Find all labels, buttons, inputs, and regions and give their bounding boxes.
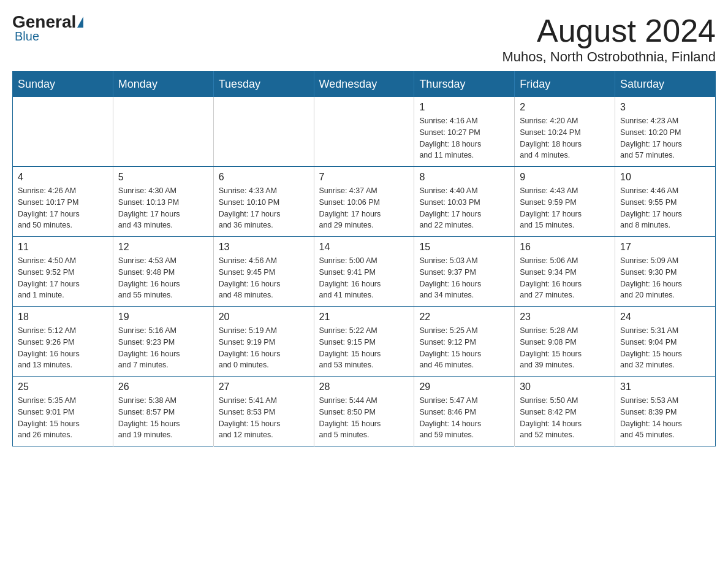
day-number: 24 <box>620 312 710 323</box>
calendar-cell: 9Sunrise: 4:43 AMSunset: 9:59 PMDaylight… <box>515 167 615 237</box>
day-info: Sunrise: 5:03 AMSunset: 9:37 PMDaylight:… <box>419 255 509 301</box>
weekday-header-friday: Friday <box>515 72 615 98</box>
day-info: Sunrise: 4:43 AMSunset: 9:59 PMDaylight:… <box>520 185 610 231</box>
calendar-cell: 12Sunrise: 4:53 AMSunset: 9:48 PMDayligh… <box>113 237 213 307</box>
day-number: 7 <box>319 172 409 183</box>
page-header: General Blue August 2024 Muhos, North Os… <box>12 12 716 65</box>
day-info: Sunrise: 5:35 AMSunset: 9:01 PMDaylight:… <box>18 395 108 441</box>
calendar-cell: 16Sunrise: 5:06 AMSunset: 9:34 PMDayligh… <box>515 237 615 307</box>
calendar-cell: 30Sunrise: 5:50 AMSunset: 8:42 PMDayligh… <box>515 377 615 446</box>
day-number: 11 <box>18 242 108 253</box>
weekday-header-monday: Monday <box>113 72 213 98</box>
calendar-cell: 6Sunrise: 4:33 AMSunset: 10:10 PMDayligh… <box>213 167 314 237</box>
day-info: Sunrise: 5:12 AMSunset: 9:26 PMDaylight:… <box>18 325 108 371</box>
day-info: Sunrise: 5:22 AMSunset: 9:15 PMDaylight:… <box>319 325 409 371</box>
calendar-cell: 2Sunrise: 4:20 AMSunset: 10:24 PMDayligh… <box>515 97 615 167</box>
calendar-cell <box>213 97 314 167</box>
calendar-cell: 27Sunrise: 5:41 AMSunset: 8:53 PMDayligh… <box>213 377 314 446</box>
calendar-cell: 21Sunrise: 5:22 AMSunset: 9:15 PMDayligh… <box>314 307 414 377</box>
weekday-header-sunday: Sunday <box>13 72 113 98</box>
calendar-cell: 31Sunrise: 5:53 AMSunset: 8:39 PMDayligh… <box>615 377 716 446</box>
day-info: Sunrise: 5:38 AMSunset: 8:57 PMDaylight:… <box>118 395 208 441</box>
day-info: Sunrise: 4:40 AMSunset: 10:03 PMDaylight… <box>419 185 509 231</box>
calendar-cell: 17Sunrise: 5:09 AMSunset: 9:30 PMDayligh… <box>615 237 716 307</box>
day-number: 3 <box>620 102 710 113</box>
calendar-cell: 4Sunrise: 4:26 AMSunset: 10:17 PMDayligh… <box>13 167 113 237</box>
day-info: Sunrise: 4:26 AMSunset: 10:17 PMDaylight… <box>18 185 108 231</box>
month-title: August 2024 <box>502 12 716 49</box>
day-number: 25 <box>18 381 108 393</box>
day-number: 16 <box>520 242 610 253</box>
day-number: 26 <box>118 381 208 393</box>
day-info: Sunrise: 5:00 AMSunset: 9:41 PMDaylight:… <box>319 255 409 301</box>
day-info: Sunrise: 4:20 AMSunset: 10:24 PMDaylight… <box>520 115 610 161</box>
day-number: 9 <box>520 172 610 183</box>
calendar-cell: 14Sunrise: 5:00 AMSunset: 9:41 PMDayligh… <box>314 237 414 307</box>
day-number: 29 <box>419 381 509 393</box>
day-number: 2 <box>520 102 610 113</box>
day-info: Sunrise: 4:50 AMSunset: 9:52 PMDaylight:… <box>18 255 108 301</box>
weekday-header-tuesday: Tuesday <box>213 72 314 98</box>
day-number: 17 <box>620 242 710 253</box>
day-info: Sunrise: 4:30 AMSunset: 10:13 PMDaylight… <box>118 185 208 231</box>
calendar-cell: 18Sunrise: 5:12 AMSunset: 9:26 PMDayligh… <box>13 307 113 377</box>
calendar-cell: 8Sunrise: 4:40 AMSunset: 10:03 PMDayligh… <box>414 167 515 237</box>
calendar-cell <box>314 97 414 167</box>
day-info: Sunrise: 4:46 AMSunset: 9:55 PMDaylight:… <box>620 185 710 231</box>
day-number: 20 <box>219 312 309 323</box>
calendar-cell: 28Sunrise: 5:44 AMSunset: 8:50 PMDayligh… <box>314 377 414 446</box>
day-number: 12 <box>118 242 208 253</box>
day-number: 30 <box>520 381 610 393</box>
day-info: Sunrise: 5:25 AMSunset: 9:12 PMDaylight:… <box>419 325 509 371</box>
day-number: 23 <box>520 312 610 323</box>
day-number: 31 <box>620 381 710 393</box>
day-info: Sunrise: 5:41 AMSunset: 8:53 PMDaylight:… <box>219 395 309 441</box>
day-info: Sunrise: 5:47 AMSunset: 8:46 PMDaylight:… <box>419 395 509 441</box>
day-number: 27 <box>219 381 309 393</box>
calendar-cell <box>113 97 213 167</box>
calendar-cell: 13Sunrise: 4:56 AMSunset: 9:45 PMDayligh… <box>213 237 314 307</box>
week-row-4: 18Sunrise: 5:12 AMSunset: 9:26 PMDayligh… <box>13 307 716 377</box>
day-info: Sunrise: 5:06 AMSunset: 9:34 PMDaylight:… <box>520 255 610 301</box>
day-info: Sunrise: 5:53 AMSunset: 8:39 PMDaylight:… <box>620 395 710 441</box>
calendar-cell: 7Sunrise: 4:37 AMSunset: 10:06 PMDayligh… <box>314 167 414 237</box>
day-number: 21 <box>319 312 409 323</box>
title-section: August 2024 Muhos, North Ostrobothnia, F… <box>502 12 716 65</box>
calendar-cell: 15Sunrise: 5:03 AMSunset: 9:37 PMDayligh… <box>414 237 515 307</box>
day-info: Sunrise: 4:37 AMSunset: 10:06 PMDaylight… <box>319 185 409 231</box>
calendar-cell: 10Sunrise: 4:46 AMSunset: 9:55 PMDayligh… <box>615 167 716 237</box>
calendar-table: SundayMondayTuesdayWednesdayThursdayFrid… <box>12 71 716 446</box>
day-number: 13 <box>219 242 309 253</box>
day-info: Sunrise: 4:56 AMSunset: 9:45 PMDaylight:… <box>219 255 309 301</box>
week-row-3: 11Sunrise: 4:50 AMSunset: 9:52 PMDayligh… <box>13 237 716 307</box>
day-info: Sunrise: 5:09 AMSunset: 9:30 PMDaylight:… <box>620 255 710 301</box>
day-number: 14 <box>319 242 409 253</box>
day-number: 19 <box>118 312 208 323</box>
weekday-header-row: SundayMondayTuesdayWednesdayThursdayFrid… <box>13 72 716 98</box>
logo: General Blue <box>12 12 85 44</box>
calendar-cell: 20Sunrise: 5:19 AMSunset: 9:19 PMDayligh… <box>213 307 314 377</box>
logo-blue: Blue <box>15 29 39 44</box>
calendar-cell: 25Sunrise: 5:35 AMSunset: 9:01 PMDayligh… <box>13 377 113 446</box>
weekday-header-wednesday: Wednesday <box>314 72 414 98</box>
day-number: 1 <box>419 102 509 113</box>
calendar-cell: 3Sunrise: 4:23 AMSunset: 10:20 PMDayligh… <box>615 97 716 167</box>
day-info: Sunrise: 5:19 AMSunset: 9:19 PMDaylight:… <box>219 325 309 371</box>
day-info: Sunrise: 4:23 AMSunset: 10:20 PMDaylight… <box>620 115 710 161</box>
calendar-cell: 1Sunrise: 4:16 AMSunset: 10:27 PMDayligh… <box>414 97 515 167</box>
calendar-cell: 29Sunrise: 5:47 AMSunset: 8:46 PMDayligh… <box>414 377 515 446</box>
week-row-1: 1Sunrise: 4:16 AMSunset: 10:27 PMDayligh… <box>13 97 716 167</box>
day-info: Sunrise: 5:16 AMSunset: 9:23 PMDaylight:… <box>118 325 208 371</box>
day-info: Sunrise: 4:33 AMSunset: 10:10 PMDaylight… <box>219 185 309 231</box>
calendar-cell: 11Sunrise: 4:50 AMSunset: 9:52 PMDayligh… <box>13 237 113 307</box>
weekday-header-saturday: Saturday <box>615 72 716 98</box>
day-info: Sunrise: 5:31 AMSunset: 9:04 PMDaylight:… <box>620 325 710 371</box>
day-number: 10 <box>620 172 710 183</box>
day-number: 18 <box>18 312 108 323</box>
logo-triangle-icon <box>77 17 83 28</box>
weekday-header-thursday: Thursday <box>414 72 515 98</box>
calendar-cell: 5Sunrise: 4:30 AMSunset: 10:13 PMDayligh… <box>113 167 213 237</box>
day-info: Sunrise: 5:50 AMSunset: 8:42 PMDaylight:… <box>520 395 610 441</box>
calendar-cell: 19Sunrise: 5:16 AMSunset: 9:23 PMDayligh… <box>113 307 213 377</box>
day-info: Sunrise: 4:53 AMSunset: 9:48 PMDaylight:… <box>118 255 208 301</box>
